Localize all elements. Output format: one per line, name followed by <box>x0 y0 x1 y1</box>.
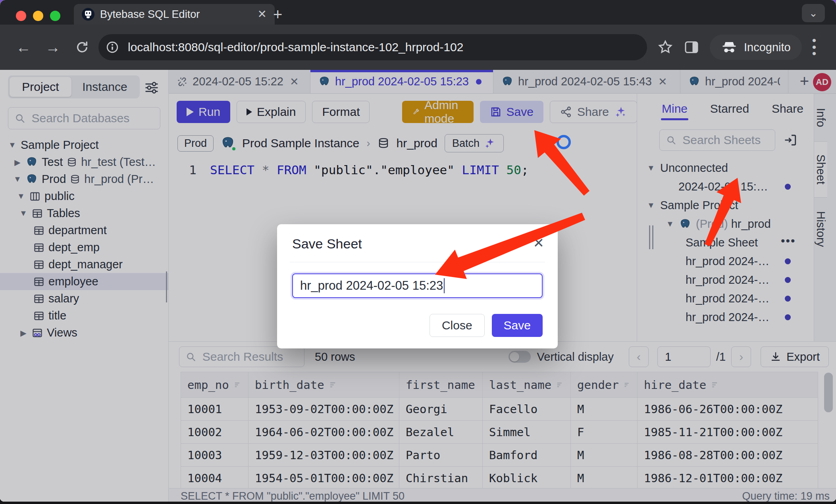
new-tab-button[interactable]: + <box>273 6 282 23</box>
save-sheet-dialog: Save Sheet ✕ hr_prod 2024-02-05 15:23 Cl… <box>277 224 558 348</box>
url-text: localhost:8080/sql-editor/prod-sample-in… <box>128 40 464 54</box>
browser-tab-title: Bytebase SQL Editor <box>100 8 252 21</box>
browser-tabstrip: Bytebase SQL Editor ✕ + ⌄ <box>0 0 836 25</box>
window-controls <box>16 11 60 21</box>
side-panel-icon[interactable] <box>684 39 699 55</box>
incognito-label: Incognito <box>744 41 791 54</box>
incognito-icon <box>721 39 738 56</box>
close-window-button[interactable] <box>16 11 26 21</box>
bytebase-favicon-icon <box>82 8 94 21</box>
browser-tab[interactable]: Bytebase SQL Editor ✕ <box>74 4 275 25</box>
reload-icon <box>75 40 89 54</box>
zoom-window-button[interactable] <box>50 11 60 21</box>
forward-button[interactable]: → <box>40 34 66 60</box>
browser-window: Bytebase SQL Editor ✕ + ⌄ ← → localhost:… <box>0 0 836 502</box>
site-info-icon[interactable] <box>103 38 121 56</box>
browser-menu-button[interactable]: ••• <box>812 37 817 57</box>
bytebase-app: Project Instance ▼Sample Project▶Testhr_… <box>0 70 836 502</box>
bookmark-star-icon[interactable] <box>657 39 673 55</box>
dialog-title: Save Sheet <box>292 236 543 252</box>
dialog-close-button[interactable]: Close <box>430 314 485 337</box>
back-button[interactable]: ← <box>10 34 37 60</box>
tab-search-button[interactable]: ⌄ <box>802 4 825 22</box>
dialog-close-icon[interactable]: ✕ <box>533 236 545 250</box>
minimize-window-button[interactable] <box>33 11 43 21</box>
dialog-save-button[interactable]: Save <box>492 314 543 337</box>
text-caret <box>444 278 445 293</box>
address-bar[interactable]: localhost:8080/sql-editor/prod-sample-in… <box>98 34 647 60</box>
tab-close-icon[interactable]: ✕ <box>258 9 267 20</box>
reload-button[interactable] <box>69 34 95 60</box>
sheet-name-input[interactable]: hr_prod 2024-02-05 15:23 <box>292 273 543 298</box>
browser-toolbar: ← → localhost:8080/sql-editor/prod-sampl… <box>0 25 836 70</box>
incognito-badge: Incognito <box>710 35 802 60</box>
